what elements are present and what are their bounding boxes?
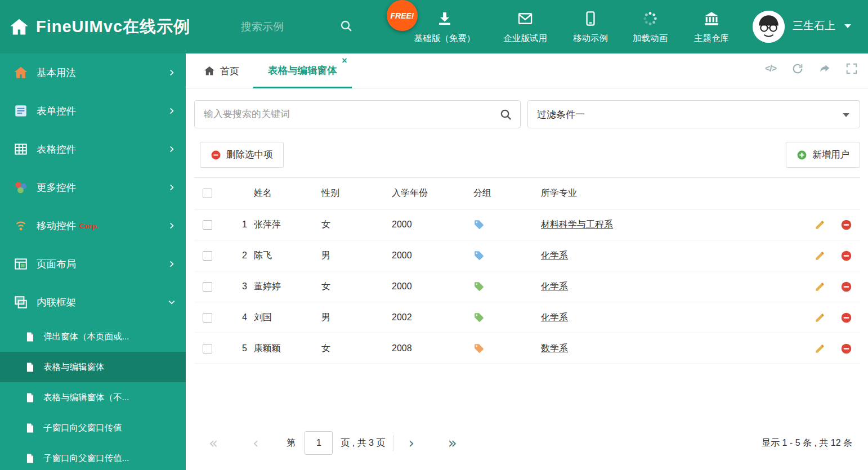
tab-bar: 首页 表格与编辑窗体 × </>: [186, 53, 868, 88]
sidebar-item-form[interactable]: 表单控件: [0, 92, 186, 130]
tab-grid-edit-window[interactable]: 表格与编辑窗体 ×: [253, 53, 352, 88]
delete-icon[interactable]: [840, 219, 852, 231]
major-link[interactable]: 数学系: [541, 343, 568, 355]
tag-icon: [473, 219, 485, 230]
keyword-search-input[interactable]: [195, 101, 520, 128]
widgets-icon: [14, 180, 28, 195]
row-number: 3: [227, 281, 254, 292]
sidebar-subitem-label: 子窗口向父窗口传值: [43, 422, 122, 434]
file-icon: [25, 332, 35, 342]
file-icon: [25, 362, 35, 373]
cell-name: 康颖颖: [254, 343, 321, 355]
edit-icon[interactable]: [814, 312, 826, 324]
first-page-icon[interactable]: «: [209, 436, 218, 450]
sidebar-subitem-grid-edit-window[interactable]: 表格与编辑窗体: [0, 352, 186, 382]
filter-dropdown[interactable]: 过滤条件一: [527, 100, 860, 128]
cell-name: 董婷婷: [254, 281, 321, 293]
home-icon: [14, 65, 28, 80]
button-label: 删除选中项: [226, 149, 273, 161]
close-icon[interactable]: ×: [342, 56, 347, 65]
sidebar-item-more[interactable]: 更多控件: [0, 168, 186, 207]
delete-icon[interactable]: [840, 250, 852, 262]
major-link[interactable]: 化学系: [541, 281, 568, 293]
app-title: FineUIMvc在线示例: [36, 16, 190, 38]
table-row: 1 张萍萍 女 2000 材料科学与工程系: [194, 209, 860, 240]
sidebar-item-mobile[interactable]: 移动控件 Corp.: [0, 207, 186, 245]
nav-theme-store[interactable]: 主题仓库: [672, 11, 751, 44]
header-search-input[interactable]: [241, 17, 331, 37]
tab-toolbar: </>: [764, 62, 858, 75]
header-major: 所学专业: [541, 187, 793, 199]
prev-page-icon[interactable]: ‹: [253, 436, 258, 450]
sidebar-item-layout[interactable]: 页面布局: [0, 245, 186, 283]
cell-name: 张萍萍: [254, 219, 321, 231]
refresh-icon[interactable]: [791, 62, 804, 75]
chevron-right-icon: [168, 183, 176, 191]
sidebar: 基本用法 表单控件 表格控件 更多控件 移动控件 Corp. 页面布局 内联框架…: [0, 53, 186, 470]
search-icon[interactable]: [499, 108, 512, 121]
tag-icon: [473, 250, 485, 261]
chevron-right-icon: [168, 107, 176, 115]
row-checkbox[interactable]: [203, 313, 212, 323]
add-user-button[interactable]: 新增用户: [786, 142, 860, 168]
cell-name: 陈飞: [254, 250, 321, 262]
user-name[interactable]: 三生石上: [793, 19, 835, 33]
sidebar-item-grid[interactable]: 表格控件: [0, 130, 186, 168]
edit-icon[interactable]: [814, 250, 826, 262]
row-checkbox[interactable]: [203, 220, 212, 230]
row-checkbox[interactable]: [203, 344, 212, 353]
select-all-checkbox[interactable]: [203, 189, 212, 198]
table-row: 5 康颖颖 女 2008 数学系: [194, 333, 860, 364]
tab-label: 表格与编辑窗体: [268, 64, 337, 77]
major-link[interactable]: 化学系: [541, 312, 568, 324]
record-summary: 显示 1 - 5 条 , 共 12 条: [762, 437, 852, 449]
pagination-bar: « ‹ 第 页 , 共 3 页 › » 显示 1 - 5 条 , 共 12 条: [194, 429, 860, 457]
home-icon: [204, 65, 215, 77]
code-icon[interactable]: </>: [764, 62, 777, 75]
edit-icon[interactable]: [814, 343, 826, 355]
table-row: 2 陈飞 男 2000 化学系: [194, 240, 860, 271]
next-page-icon[interactable]: ›: [408, 436, 414, 450]
tab-home[interactable]: 首页: [204, 53, 239, 88]
search-icon[interactable]: [339, 19, 353, 33]
row-checkbox[interactable]: [203, 282, 212, 292]
home-icon[interactable]: [9, 17, 29, 37]
delete-icon[interactable]: [840, 312, 852, 324]
expand-icon[interactable]: [845, 62, 858, 75]
edit-icon[interactable]: [814, 219, 826, 231]
chevron-down-icon: [843, 113, 849, 117]
cell-name: 刘国: [254, 312, 321, 324]
chevron-right-icon: [168, 222, 176, 230]
sidebar-subitem-label: 表格与编辑窗体（不...: [43, 392, 129, 404]
delete-selected-button[interactable]: 删除选中项: [200, 142, 284, 168]
major-link[interactable]: 化学系: [541, 250, 568, 262]
sidebar-subitem-label: 子窗口向父窗口传值...: [43, 453, 129, 464]
cell-year: 2002: [392, 312, 473, 323]
user-avatar[interactable]: [753, 11, 785, 43]
sidebar-subitem-popup-window[interactable]: 弹出窗体（本页面或...: [0, 321, 186, 352]
sidebar-subitem-child-to-parent-2[interactable]: 子窗口向父窗口传值...: [0, 443, 186, 470]
mobile-icon: [583, 11, 598, 26]
spinner-icon: [642, 11, 658, 26]
row-checkbox[interactable]: [203, 251, 212, 261]
edit-icon[interactable]: [814, 281, 826, 293]
sidebar-item-iframe[interactable]: 内联框架: [0, 283, 186, 321]
last-page-icon[interactable]: »: [448, 436, 457, 450]
sidebar-subitem-child-to-parent[interactable]: 子窗口向父窗口传值: [0, 413, 186, 443]
keyword-search-box: [194, 100, 521, 128]
cell-year: 2008: [392, 343, 473, 353]
sidebar-subitem-grid-edit-window-2[interactable]: 表格与编辑窗体（不...: [0, 382, 186, 413]
delete-icon[interactable]: [840, 343, 852, 355]
nav-label: 主题仓库: [672, 33, 751, 44]
delete-icon[interactable]: [840, 281, 852, 293]
sidebar-item-label: 移动控件: [37, 219, 76, 232]
major-link[interactable]: 材料科学与工程系: [541, 219, 613, 231]
page-number-input[interactable]: [305, 431, 333, 455]
table-icon: [14, 142, 28, 156]
envelope-icon: [517, 11, 533, 26]
table-header-row: 姓名 性别 入学年份 分组 所学专业: [194, 177, 860, 209]
file-icon: [25, 392, 35, 403]
plus-circle-icon: [797, 150, 807, 160]
share-icon[interactable]: [818, 62, 831, 75]
sidebar-item-basic[interactable]: 基本用法: [0, 53, 186, 92]
